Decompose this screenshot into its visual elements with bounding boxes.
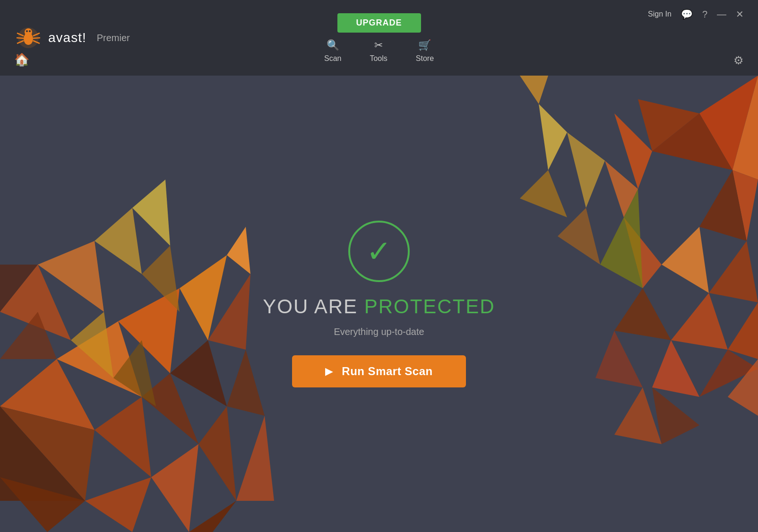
- svg-marker-25: [227, 227, 250, 274]
- svg-marker-16: [0, 477, 85, 532]
- scan-icon: 🔍: [327, 39, 339, 51]
- svg-marker-36: [142, 246, 180, 312]
- svg-marker-55: [600, 189, 643, 288]
- sign-in-button[interactable]: Sign In: [648, 10, 672, 18]
- svg-marker-46: [709, 241, 758, 302]
- svg-marker-32: [0, 265, 38, 312]
- svg-marker-51: [728, 302, 758, 359]
- svg-marker-11: [0, 359, 95, 430]
- svg-marker-35: [132, 180, 170, 246]
- status-subtitle: Everything up-to-date: [334, 326, 424, 337]
- run-smart-scan-button[interactable]: ▶ Run Smart Scan: [292, 355, 465, 387]
- svg-marker-47: [624, 217, 662, 288]
- svg-marker-40: [732, 76, 758, 180]
- svg-marker-52: [567, 132, 605, 208]
- svg-marker-26: [208, 274, 250, 350]
- svg-marker-27: [227, 350, 265, 416]
- close-icon[interactable]: ✕: [736, 9, 744, 20]
- tools-label: Tools: [370, 54, 387, 63]
- svg-marker-18: [118, 288, 180, 373]
- edition-text: Premier: [97, 33, 130, 43]
- svg-marker-58: [652, 340, 699, 397]
- svg-marker-60: [728, 359, 758, 416]
- protection-status-circle: ✓: [348, 221, 410, 282]
- nav-items: 🔍 Scan ✂ Tools 🛒 Store: [324, 39, 434, 63]
- avast-logo-icon: [14, 24, 43, 52]
- svg-marker-38: [699, 76, 758, 170]
- svg-marker-31: [38, 241, 104, 312]
- svg-marker-33: [71, 312, 113, 378]
- svg-marker-43: [732, 170, 758, 241]
- svg-point-4: [29, 30, 31, 32]
- status-prefix: YOU ARE: [263, 295, 364, 317]
- home-button-area[interactable]: 🏠: [14, 52, 29, 67]
- nav-tools[interactable]: ✂ Tools: [370, 39, 387, 63]
- tools-icon: ✂: [374, 39, 383, 51]
- settings-button-area[interactable]: ⚙: [733, 54, 744, 67]
- svg-point-3: [26, 30, 28, 32]
- checkmark-icon: ✓: [366, 236, 392, 266]
- home-icon: 🏠: [14, 52, 29, 67]
- svg-marker-45: [662, 227, 709, 293]
- svg-marker-14: [57, 321, 142, 397]
- svg-marker-50: [671, 293, 728, 350]
- store-icon: 🛒: [418, 39, 431, 51]
- svg-marker-62: [614, 387, 662, 444]
- main-content: ✓ YOU ARE PROTECTED Everything up-to-dat…: [0, 76, 758, 532]
- store-label: Store: [416, 54, 434, 63]
- logo-area: avast! Premier: [14, 24, 130, 52]
- svg-marker-19: [142, 373, 198, 444]
- svg-marker-39: [652, 113, 732, 170]
- svg-marker-30: [0, 312, 57, 359]
- run-scan-label: Run Smart Scan: [342, 365, 432, 378]
- nav-store[interactable]: 🛒 Store: [416, 39, 434, 63]
- svg-marker-12: [0, 406, 95, 501]
- svg-marker-37: [113, 340, 156, 406]
- svg-point-2: [25, 28, 32, 36]
- svg-marker-28: [236, 416, 274, 501]
- svg-marker-54: [558, 208, 600, 265]
- help-icon[interactable]: ?: [702, 9, 707, 20]
- svg-marker-23: [198, 406, 236, 501]
- svg-line-9: [33, 38, 40, 38]
- svg-marker-17: [85, 477, 151, 532]
- play-icon: ▶: [325, 365, 333, 378]
- svg-line-6: [17, 38, 24, 38]
- chat-icon[interactable]: 💬: [681, 9, 693, 20]
- logo-text: avast!: [48, 30, 86, 45]
- upgrade-button[interactable]: UPGRADE: [337, 13, 421, 33]
- svg-marker-13: [0, 406, 85, 501]
- status-highlight: PROTECTED: [364, 295, 495, 317]
- svg-marker-48: [605, 161, 638, 217]
- svg-marker-20: [151, 444, 198, 532]
- svg-marker-21: [180, 255, 227, 340]
- scan-label: Scan: [324, 54, 341, 63]
- svg-marker-61: [595, 331, 643, 387]
- svg-marker-41: [614, 113, 652, 189]
- svg-marker-24: [189, 501, 236, 532]
- svg-marker-56: [520, 76, 548, 104]
- svg-marker-15: [95, 397, 151, 477]
- minimize-icon[interactable]: —: [717, 9, 726, 20]
- svg-marker-22: [170, 340, 227, 406]
- svg-marker-29: [0, 265, 71, 340]
- svg-marker-42: [638, 99, 699, 151]
- svg-marker-49: [614, 288, 671, 340]
- nav-scan[interactable]: 🔍 Scan: [324, 39, 341, 63]
- status-content: ✓ YOU ARE PROTECTED Everything up-to-dat…: [263, 221, 495, 387]
- svg-marker-59: [699, 350, 758, 397]
- svg-marker-53: [539, 104, 567, 170]
- svg-marker-44: [699, 170, 747, 241]
- center-nav: UPGRADE 🔍 Scan ✂ Tools 🛒 Store: [324, 13, 434, 63]
- svg-marker-57: [520, 170, 567, 217]
- right-controls: Sign In 💬 ? — ✕: [648, 0, 744, 28]
- svg-marker-63: [652, 387, 699, 444]
- status-title: YOU ARE PROTECTED: [263, 295, 495, 318]
- settings-icon: ⚙: [733, 54, 744, 67]
- titlebar: avast! Premier UPGRADE 🔍 Scan ✂ Tools 🛒 …: [0, 0, 758, 76]
- svg-marker-34: [95, 208, 142, 274]
